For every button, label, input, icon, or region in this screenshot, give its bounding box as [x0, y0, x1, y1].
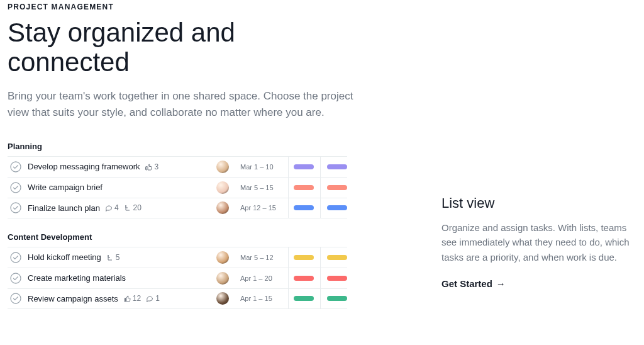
comment-icon: [105, 204, 113, 212]
pill: [327, 296, 347, 301]
task-date: Apr 12 – 15: [240, 204, 288, 212]
page-subhead: Bring your team's work together in one s…: [8, 88, 372, 122]
svg-point-2: [11, 203, 21, 213]
task-date: Apr 1 – 20: [240, 274, 288, 282]
task-name: Hold kickoff meeting: [28, 252, 101, 262]
assignee-avatar[interactable]: [216, 251, 229, 264]
task-date: Apr 1 – 15: [240, 295, 288, 302]
comment-icon: [146, 295, 153, 302]
check-circle-icon[interactable]: [10, 202, 21, 213]
pill: [327, 276, 347, 281]
comments-meta: 4: [105, 203, 119, 212]
task-name: Review campaign assets: [28, 294, 118, 303]
svg-point-4: [11, 273, 21, 283]
right-panel-title: List view: [441, 195, 636, 212]
assignee-avatar[interactable]: [216, 272, 229, 285]
subtask-icon: [124, 204, 131, 212]
task-row[interactable]: Develop messaging framework 3 Mar 1 – 10: [8, 156, 347, 177]
eyebrow: PROJECT MANAGEMENT: [8, 3, 423, 11]
pill: [294, 185, 314, 190]
task-date: Mar 1 – 10: [240, 163, 288, 171]
task-pills: [288, 178, 347, 198]
subtasks-meta: 5: [106, 253, 120, 262]
task-pills: [288, 268, 347, 288]
task-row[interactable]: Finalize launch plan 4 20 Apr 12 – 15: [8, 198, 347, 218]
pill: [294, 255, 314, 260]
task-date: Mar 5 – 15: [240, 184, 288, 191]
check-circle-icon[interactable]: [10, 161, 21, 172]
right-panel-desc: Organize and assign tasks. With lists, t…: [441, 220, 636, 264]
page-headline: Stay organized and connected: [8, 18, 360, 77]
thumbs-up-icon: [145, 163, 152, 171]
task-row[interactable]: Hold kickoff meeting 5 Mar 5 – 12: [8, 247, 347, 268]
likes-meta: 3: [145, 162, 158, 171]
subtasks-meta: 20: [124, 203, 142, 212]
task-name: Finalize launch plan: [28, 203, 100, 213]
pill: [327, 185, 347, 190]
check-circle-icon[interactable]: [10, 293, 21, 304]
pill: [294, 276, 314, 281]
assignee-avatar[interactable]: [216, 161, 229, 173]
section-label-planning: Planning: [8, 142, 423, 151]
pill: [327, 164, 347, 169]
check-circle-icon[interactable]: [10, 252, 21, 263]
task-row[interactable]: Review campaign assets 12 1 Apr 1 – 15: [8, 288, 347, 309]
check-circle-icon[interactable]: [10, 273, 21, 284]
section-label-content-development: Content Development: [8, 232, 423, 242]
task-pills: [288, 198, 347, 218]
svg-point-0: [11, 162, 21, 172]
task-pills: [288, 247, 347, 268]
get-started-link[interactable]: Get Started →: [441, 278, 506, 289]
likes-meta: 12: [123, 294, 141, 303]
comments-meta: 1: [146, 294, 160, 303]
subtask-icon: [106, 254, 114, 261]
task-list-planning: Develop messaging framework 3 Mar 1 – 10: [8, 156, 347, 218]
assignee-avatar[interactable]: [216, 292, 229, 305]
task-pills: [288, 157, 347, 177]
assignee-avatar[interactable]: [216, 181, 229, 194]
svg-point-1: [11, 183, 21, 193]
thumbs-up-icon: [123, 295, 131, 302]
pill: [294, 205, 314, 210]
pill: [294, 296, 314, 301]
task-date: Mar 5 – 12: [240, 254, 288, 261]
task-pills: [288, 289, 347, 308]
task-row[interactable]: Write campaign brief Mar 5 – 15: [8, 177, 347, 198]
task-name: Write campaign brief: [28, 183, 103, 192]
arrow-right-icon: →: [496, 278, 506, 289]
pill: [294, 164, 314, 169]
svg-point-5: [11, 293, 21, 303]
pill: [327, 205, 347, 210]
task-list-content-development: Hold kickoff meeting 5 Mar 5 – 12: [8, 247, 347, 309]
assignee-avatar[interactable]: [216, 201, 229, 214]
svg-point-3: [11, 252, 21, 263]
task-name: Create marketing materials: [28, 273, 126, 283]
check-circle-icon[interactable]: [10, 182, 21, 193]
task-name: Develop messaging framework: [28, 162, 140, 171]
task-row[interactable]: Create marketing materials Apr 1 – 20: [8, 268, 347, 288]
pill: [327, 255, 347, 260]
